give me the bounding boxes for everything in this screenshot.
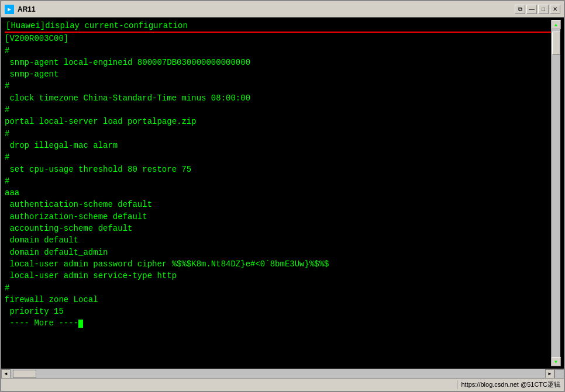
window-title: AR11: [18, 5, 515, 13]
terminal-line: #: [5, 175, 551, 187]
scroll-thumb-horizontal[interactable]: [13, 370, 36, 378]
terminal-content: [Huawei]display current-configuration[V2…: [5, 20, 551, 366]
terminal-line: snmp-agent: [5, 68, 551, 80]
terminal-line: authentication-scheme default: [5, 199, 551, 210]
terminal-line: accounting-scheme default: [5, 223, 551, 234]
terminal-line: authorization-scheme default: [5, 211, 551, 223]
app-icon: ▶: [5, 5, 14, 14]
scroll-thumb-vertical[interactable]: [552, 32, 560, 55]
minimize-button[interactable]: —: [526, 5, 537, 14]
horizontal-scrollbar[interactable]: ◀ ▶: [1, 369, 564, 378]
title-bar: ▶ AR11 ⧉ — □ ✕: [1, 1, 564, 18]
terminal-line: drop illegal-mac alarm: [5, 140, 551, 151]
terminal-line: ---- More ----: [5, 317, 551, 329]
terminal-line: aaa: [5, 187, 551, 199]
app-icon-text: ▶: [8, 6, 11, 13]
terminal-line: snmp-agent local-engineid 800007DB030000…: [5, 57, 551, 68]
highlighted-line: [Huawei]display current-configuration: [5, 20, 551, 33]
maximize-button[interactable]: □: [538, 5, 549, 14]
terminal-line: domain default_admin: [5, 247, 551, 258]
terminal-line: clock timezone China-Standard-Time minus…: [5, 92, 551, 104]
scroll-track-horizontal[interactable]: [11, 369, 545, 378]
terminal-line: set cpu-usage threshold 80 restore 75: [5, 164, 551, 175]
close-button[interactable]: ✕: [550, 5, 560, 14]
status-right: https://blog.csdn.net @51CTC逻辑: [457, 380, 564, 389]
terminal-line: [V200R003C00]: [5, 33, 551, 44]
terminal-line: local-user admin service-type http: [5, 270, 551, 282]
terminal-line: portal local-server load portalpage.zip: [5, 116, 551, 127]
vertical-scrollbar[interactable]: ▲ ▼: [551, 20, 560, 366]
scroll-right-arrow[interactable]: ▶: [545, 369, 554, 379]
terminal-line: [Huawei]display current-configuration: [5, 20, 551, 33]
terminal-line: #: [5, 282, 551, 294]
terminal-area: [Huawei]display current-configuration[V2…: [1, 18, 564, 369]
main-window: ▶ AR11 ⧉ — □ ✕ [Huawei]display current-c…: [0, 0, 565, 392]
terminal-line: firewall zone Local: [5, 294, 551, 306]
scroll-left-arrow[interactable]: ◀: [1, 369, 11, 379]
terminal-line: #: [5, 80, 551, 92]
status-bar: https://blog.csdn.net @51CTC逻辑: [1, 378, 564, 391]
scroll-track-vertical[interactable]: [552, 29, 560, 357]
restore-button[interactable]: ⧉: [515, 5, 525, 14]
terminal-line: #: [5, 128, 551, 140]
terminal-line: #: [5, 45, 551, 57]
text-cursor: [78, 320, 83, 328]
window-controls: ⧉ — □ ✕: [515, 5, 560, 14]
scroll-up-arrow[interactable]: ▲: [552, 20, 561, 29]
terminal-line: domain default: [5, 234, 551, 246]
terminal-line: #: [5, 151, 551, 163]
scrollbar-corner: [554, 369, 564, 379]
terminal-line: #: [5, 104, 551, 116]
terminal-line: priority 15: [5, 306, 551, 317]
scroll-down-arrow[interactable]: ▼: [552, 357, 561, 366]
terminal-line: local-user admin password cipher %$%$K8m…: [5, 258, 551, 270]
